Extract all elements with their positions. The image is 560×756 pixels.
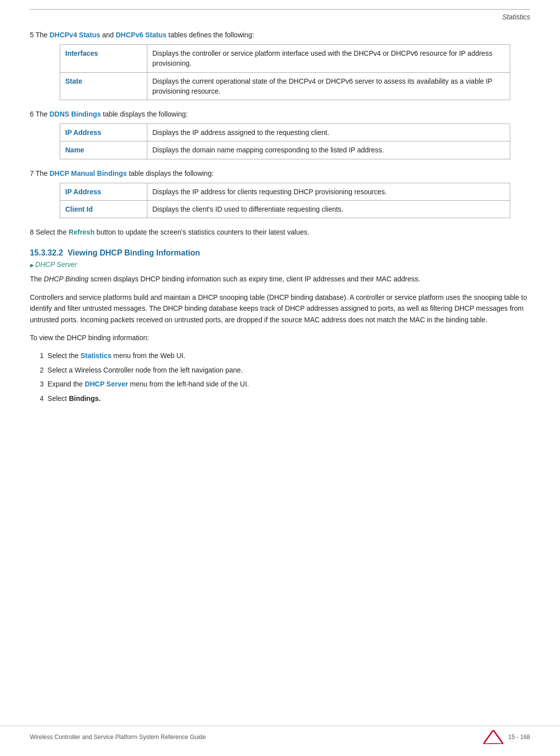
body-para-1-text: screen displays DHCP binding information… xyxy=(91,275,420,283)
item5-middle: and xyxy=(100,31,115,39)
section-item-5: 5 The DHCPv4 Status and DHCPv6 Status ta… xyxy=(30,30,530,100)
table-cell-col1: IP Address xyxy=(60,124,147,141)
item8-suffix: button to update the screen's statistics… xyxy=(95,228,309,236)
table-cell-col1: IP Address xyxy=(60,183,147,200)
item6-intro: 6 The DDNS Bindings table displays the f… xyxy=(30,109,530,120)
dhcp-binding-italic: DHCP Binding xyxy=(44,275,89,283)
item8-text: 8 Select the Refresh button to update th… xyxy=(30,227,530,238)
step3-term: DHCP Server xyxy=(85,380,128,388)
item6-prefix: 6 The xyxy=(30,110,49,118)
step-2: 2 Select a Wireless Controller node from… xyxy=(40,365,530,376)
step1-term: Statistics xyxy=(81,352,112,360)
table-ddns: IP Address Displays the IP address assig… xyxy=(60,124,510,159)
section-title: Viewing DHCP Binding Information xyxy=(68,249,200,257)
item5-term1: DHCPv4 Status xyxy=(49,31,100,39)
step4-term: Bindings. xyxy=(69,394,101,402)
page-header: Statistics xyxy=(30,13,530,21)
table-cell-col2: Displays the domain name mapping corresp… xyxy=(147,141,510,159)
table-cell-col1: Client Id xyxy=(60,201,147,218)
footer-left: Wireless Controller and Service Platform… xyxy=(30,734,206,741)
step-4: 4 Select Bindings. xyxy=(40,393,530,404)
footer-right: 15 - 168 xyxy=(483,730,530,744)
item7-prefix: 7 The xyxy=(30,169,49,177)
item5-intro: 5 The DHCPv4 Status and DHCPv6 Status ta… xyxy=(30,30,530,40)
table-cell-col1: Name xyxy=(60,141,147,159)
table-cell-col2: Displays the current operational state o… xyxy=(147,72,510,100)
page-footer: Wireless Controller and Service Platform… xyxy=(0,726,560,744)
item5-term2: DHCPv6 Status xyxy=(116,31,167,39)
item8-term1: Refresh xyxy=(69,228,95,236)
step-1: 1 Select the Statistics menu from the We… xyxy=(40,350,530,361)
section-item-8: 8 Select the Refresh button to update th… xyxy=(30,227,530,238)
steps-list: 1 Select the Statistics menu from the We… xyxy=(40,350,530,404)
body-para-2: Controllers and service platforms build … xyxy=(30,292,530,325)
table-row: Client Id Displays the client's ID used … xyxy=(60,201,510,218)
footer-right-text: 15 - 168 xyxy=(508,734,530,741)
section-heading: 15.3.32.2 Viewing DHCP Binding Informati… xyxy=(30,249,530,257)
table-cell-col2: Displays the IP address assigned to the … xyxy=(147,124,510,141)
section-item-6: 6 The DDNS Bindings table displays the f… xyxy=(30,109,530,159)
table-cell-col1: Interfaces xyxy=(60,45,147,73)
table-cell-col1: State xyxy=(60,72,147,100)
table-row: Interfaces Displays the controller or se… xyxy=(60,45,510,73)
table-row: IP Address Displays the IP address for c… xyxy=(60,183,510,200)
step-3: 3 Expand the DHCP Server menu from the l… xyxy=(40,378,530,389)
section-item-7: 7 The DHCP Manual Bindings table display… xyxy=(30,168,530,219)
table-row: IP Address Displays the IP address assig… xyxy=(60,124,510,141)
item6-suffix: table displays the following: xyxy=(101,110,188,118)
svg-marker-0 xyxy=(483,730,503,744)
table-cell-col2: Displays the controller or service platf… xyxy=(147,45,510,73)
item5-suffix: tables defines the following: xyxy=(166,31,254,39)
section-number: 15.3.32.2 xyxy=(30,249,63,257)
table-dhcp-manual: IP Address Displays the IP address for c… xyxy=(60,183,510,219)
table-dhcpv4: Interfaces Displays the controller or se… xyxy=(60,44,510,100)
table-row: Name Displays the domain name mapping co… xyxy=(60,141,510,159)
table-row: State Displays the current operational s… xyxy=(60,72,510,100)
body-para-1: The DHCP Binding screen displays DHCP bi… xyxy=(30,273,530,284)
dhcp-server-link-text: DHCP Server xyxy=(35,260,77,268)
item7-intro: 7 The DHCP Manual Bindings table display… xyxy=(30,168,530,179)
dhcp-server-link[interactable]: DHCP Server xyxy=(30,260,530,268)
item5-prefix: 5 The xyxy=(30,31,49,39)
header-title: Statistics xyxy=(502,13,530,21)
table-cell-col2: Displays the IP address for clients requ… xyxy=(147,183,510,200)
item7-term1: DHCP Manual Bindings xyxy=(49,169,126,177)
top-border xyxy=(30,9,530,10)
footer-logo-icon xyxy=(483,730,503,744)
item8-prefix: 8 Select the xyxy=(30,228,69,236)
page-container: Statistics 5 The DHCPv4 Status and DHCPv… xyxy=(0,0,560,449)
item7-suffix: table displays the following: xyxy=(127,169,214,177)
table-cell-col2: Displays the client's ID used to differe… xyxy=(147,201,510,218)
body-para-3: To view the DHCP binding information: xyxy=(30,332,530,343)
item6-term1: DDNS Bindings xyxy=(49,110,101,118)
